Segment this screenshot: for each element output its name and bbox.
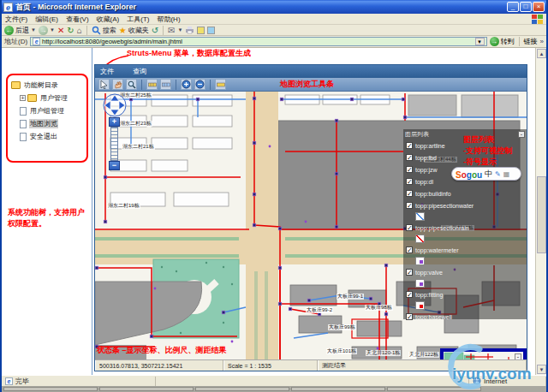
browser-menu-item[interactable]: 编辑(E) <box>35 15 58 24</box>
discuss-button[interactable] <box>197 27 205 34</box>
pan-compass-control[interactable] <box>100 93 129 119</box>
app-menu-item[interactable]: 文件 <box>100 67 114 76</box>
browser-menu-item[interactable]: 帮助(H) <box>157 15 180 24</box>
map-building-label: 天北井122栋 <box>408 352 439 358</box>
mail-button[interactable]: ✉ <box>168 26 175 35</box>
layers-minimize-button[interactable]: - <box>518 131 525 138</box>
ime-mode-indicator[interactable]: 中 <box>485 169 492 180</box>
tree-item[interactable]: 安全退出 <box>9 130 85 143</box>
map-building-label: 大板庄99栋 <box>328 324 356 330</box>
layer-checkbox[interactable]: ✓ <box>406 313 413 320</box>
statusbar-annotation: 状态条 –显示坐标、比例尺、测距结果 <box>97 345 227 356</box>
page-scrollbar[interactable]: ▲ ▼ <box>535 48 546 375</box>
map-building-label: 大板庄99-2 <box>306 307 333 313</box>
layer-label: topp:dl <box>415 179 433 185</box>
layer-checkbox[interactable]: ✓ <box>406 246 413 253</box>
layer-checkbox[interactable]: ✓ <box>406 291 413 298</box>
layers-panel: 图层列表 - ✓topp:artline✓topp:lbd✓topp:jzw✓t… <box>403 129 527 319</box>
layer-checkbox[interactable]: ✓ <box>406 154 413 161</box>
tree-annotation: 系统功能树，支持用户权限配置。 <box>8 207 90 229</box>
zoom-slider-track[interactable] <box>110 127 118 161</box>
layer-item[interactable]: ✓topp:pipesectionwater <box>403 199 527 211</box>
address-input[interactable]: e http://localhost:8080/geowebgis/admin/… <box>30 37 486 46</box>
layer-item[interactable]: ✓topp:pipesectionrain <box>403 222 527 234</box>
tree-expander[interactable]: + <box>20 95 26 101</box>
browser-menu-item[interactable]: 查看(V) <box>66 15 89 24</box>
tree-item[interactable]: 用户组管理 <box>9 104 85 117</box>
layer-label: topp:pipesectionrain <box>415 225 469 231</box>
tree-item[interactable]: 地图浏览 <box>9 117 85 130</box>
favorites-button[interactable]: ★ 收藏夹 <box>119 26 149 35</box>
home-button[interactable]: ⌂ <box>77 26 82 35</box>
layer-checkbox[interactable]: ✓ <box>406 178 413 185</box>
layer-item[interactable]: ✓topp:valve <box>403 266 527 278</box>
browser-menu-item[interactable]: 文件(F) <box>5 15 27 24</box>
tree-item[interactable]: 功能树目录 <box>9 79 85 92</box>
go-button[interactable]: → 转到 <box>490 37 515 46</box>
zoom-slider-control[interactable]: + − <box>109 117 122 170</box>
zoom-in-slider-button[interactable]: + <box>109 117 120 127</box>
sogou-ime-bar[interactable]: Sogou 中 ✎ ▦ <box>451 167 521 181</box>
layer-checkbox[interactable]: ✓ <box>406 166 413 173</box>
forward-icon: → <box>39 26 48 35</box>
layer-checkbox[interactable]: ✓ <box>406 142 413 149</box>
status-page-icon: e <box>5 377 13 385</box>
zoom-in-button[interactable] <box>181 79 192 90</box>
address-dropdown[interactable]: ▼ <box>475 38 485 45</box>
layer-item[interactable]: ✓topp:watermeter <box>403 244 527 256</box>
layer-item[interactable]: ✓topp:fitting <box>403 288 527 300</box>
layer-item[interactable]: ✓topp:buildinfo <box>403 187 527 199</box>
ime-keyboard-icon[interactable]: ▦ <box>503 170 510 178</box>
browser-menu-item[interactable]: 工具(T) <box>127 15 149 24</box>
gis-app-window: 文件查询 地图浏览工具条 <box>94 64 527 371</box>
minimize-button[interactable]: _ <box>507 2 519 12</box>
measure-distance-button[interactable] <box>146 79 158 90</box>
zoom-out-button[interactable] <box>194 79 206 90</box>
scroll-up-arrow[interactable]: ▲ <box>537 49 546 58</box>
pan-tool-button[interactable] <box>112 79 123 90</box>
app-menu-item[interactable]: 查询 <box>133 67 146 76</box>
symbol-swatch <box>415 301 425 310</box>
full-extent-button[interactable] <box>215 79 226 90</box>
search-icon <box>92 26 101 35</box>
scroll-thumb[interactable] <box>537 176 546 253</box>
browser-menubar-items: 文件(F)编辑(E)查看(V)收藏(A)工具(T)帮助(H) <box>5 15 188 24</box>
messenger-button[interactable] <box>207 27 215 34</box>
scroll-down-arrow[interactable]: ▼ <box>537 365 546 374</box>
ime-pen-icon[interactable]: ✎ <box>495 170 501 178</box>
browser-menu-item[interactable]: 收藏(A) <box>97 15 120 24</box>
taskbar-sliver <box>2 386 546 392</box>
zoom-out-slider-button[interactable]: − <box>109 161 120 170</box>
layer-checkbox[interactable]: ✓ <box>406 202 413 209</box>
maximize-button[interactable]: □ <box>520 2 532 12</box>
print-button[interactable] <box>185 26 194 34</box>
stop-button[interactable]: ✕ <box>57 26 64 35</box>
tree-item-label: 地图浏览 <box>29 119 58 128</box>
layer-checkbox[interactable]: ✓ <box>406 190 413 197</box>
layer-label: topp:fitting <box>415 292 443 298</box>
zoom-tool-button[interactable] <box>126 79 137 90</box>
map-toolbar-annotation: 地图浏览工具条 <box>280 79 334 90</box>
measure-area-button[interactable] <box>160 79 171 90</box>
address-label: 地址(D) <box>4 37 27 46</box>
layer-checkbox[interactable]: ✓ <box>406 224 413 231</box>
refresh-button[interactable]: ↻ <box>67 26 74 35</box>
sogou-logo: Sogou <box>456 166 482 181</box>
history-button[interactable]: ↺ <box>152 26 158 35</box>
layer-item[interactable]: ✓topp:basewell <box>403 311 527 323</box>
ie-status-bar: e 完毕 Internet <box>2 375 546 386</box>
symbol-dot <box>420 260 423 264</box>
close-button[interactable]: × <box>533 2 545 12</box>
pointer-tool-button[interactable] <box>98 79 110 90</box>
links-label[interactable]: 链接 <box>524 37 538 46</box>
forward-button[interactable]: → ▼ <box>39 26 55 35</box>
measure-result: 测距结果 <box>318 360 527 371</box>
layer-symbol <box>403 234 527 244</box>
layer-label: topp:watermeter <box>415 247 459 253</box>
tree-item[interactable]: +用户管理 <box>9 92 85 104</box>
browser-window: e 首页 - Microsoft Internet Explorer _ □ ×… <box>0 0 548 392</box>
layer-checkbox[interactable]: ✓ <box>406 269 413 276</box>
back-button[interactable]: ← 后退 ▼ <box>4 26 36 35</box>
search-button[interactable]: 搜索 <box>92 26 116 35</box>
map-canvas[interactable]: 湖东二村25栋湖东二村23栋湖东二村21栋湖东二村19栋仙山新村44栋仙山新村4… <box>95 92 527 361</box>
